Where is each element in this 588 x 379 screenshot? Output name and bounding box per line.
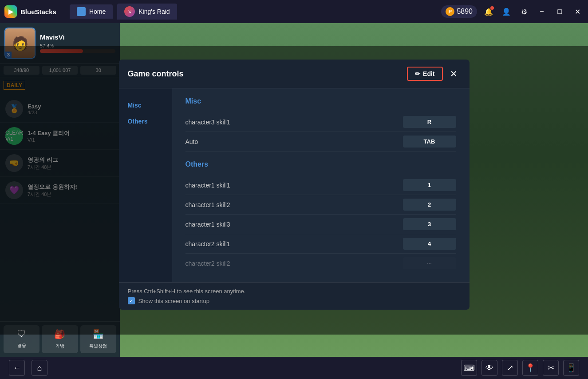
modal-nav: Misc Others	[119, 88, 172, 282]
coin-display: P 5890	[441, 5, 477, 18]
location-button[interactable]: 📍	[522, 360, 538, 376]
control-label-c1s1: character1 skill1	[185, 182, 230, 189]
control-label-c1s2: character1 skill2	[185, 201, 230, 208]
control-label-c2s1: character2 skill1	[185, 240, 230, 247]
eye-button[interactable]: 👁	[481, 360, 497, 376]
notification-button[interactable]: 🔔	[482, 5, 495, 18]
key-badge-1: 1	[403, 179, 456, 191]
control-row: character1 skill3 3	[185, 215, 456, 234]
home-tab[interactable]: Home	[70, 4, 113, 19]
nav-item-others[interactable]: Others	[119, 113, 172, 129]
control-label: character3 skill1	[185, 119, 230, 126]
scissors-button[interactable]: ✂	[543, 360, 559, 376]
player-name: MavisVi	[40, 33, 115, 41]
notification-dot	[490, 6, 494, 10]
key-badge-r: R	[403, 116, 456, 128]
game-tab-icon: ⚔	[124, 6, 135, 17]
home-tab-label: Home	[89, 8, 106, 15]
control-label-partial: character2 skill2	[185, 260, 230, 267]
others-section-header: Others	[185, 160, 456, 168]
control-row: character1 skill2 2	[185, 195, 456, 215]
maximize-button[interactable]: □	[553, 5, 566, 18]
modal-title: Game controls	[128, 69, 184, 79]
coin-icon: P	[446, 7, 454, 16]
modal-header-right: ✏ Edit ✕	[407, 67, 460, 81]
key-badge-3: 3	[403, 218, 456, 230]
control-row: Auto TAB	[185, 132, 456, 152]
key-badge-tab: TAB	[403, 136, 456, 148]
control-row: character1 skill1 1	[185, 176, 456, 195]
window-close-button[interactable]: ✕	[571, 5, 584, 18]
startup-checkbox[interactable]: ✓	[128, 297, 135, 304]
game-area: 🧑 3 MavisVi 57.4% 348/90 1,001,007 30 DA…	[0, 23, 588, 357]
minimize-button[interactable]: −	[536, 5, 548, 18]
modal-header: Game controls ✏ Edit ✕	[119, 60, 470, 88]
checkbox-row: ✓ Show this screen on startup	[128, 297, 461, 304]
key-badge-2: 2	[403, 199, 456, 211]
bottom-bar: ← ⌂ ⌨ 👁 ⤢ 📍 ✂ 📱	[0, 357, 588, 379]
control-label-c1s3: character1 skill3	[185, 221, 230, 228]
misc-section-header: Misc	[185, 97, 456, 105]
key-badge-partial: ···	[403, 257, 456, 269]
home-tab-icon	[77, 7, 86, 16]
app-name: BlueStacks	[20, 8, 56, 16]
bluestacks-logo-icon: ▶	[4, 5, 17, 18]
nav-item-misc[interactable]: Misc	[119, 97, 172, 113]
edit-label: Edit	[423, 70, 434, 77]
control-row: character2 skill1 4	[185, 234, 456, 254]
bottom-right-controls: ⌨ 👁 ⤢ 📍 ✂ 📱	[461, 360, 579, 376]
control-row-partial: character2 skill2 ···	[185, 254, 456, 273]
modal-overlay: Game controls ✏ Edit ✕ Misc Others	[0, 46, 588, 335]
user-button[interactable]: 👤	[500, 5, 513, 18]
titlebar: ▶ BlueStacks Home ⚔ King's Raid P 5890 🔔…	[0, 0, 588, 23]
keyboard-button[interactable]: ⌨	[461, 360, 477, 376]
control-label-auto: Auto	[185, 138, 198, 145]
edit-button[interactable]: ✏ Edit	[407, 67, 442, 81]
home-button[interactable]: ⌂	[32, 360, 47, 376]
modal-body: Misc Others Misc character3 skill1 R Aut…	[119, 88, 470, 282]
footer-hint-text: Press Ctrl+Shift+H to see this screen an…	[128, 288, 461, 295]
modal-close-button[interactable]: ✕	[447, 67, 461, 80]
pencil-icon: ✏	[415, 70, 420, 77]
modal-footer: Press Ctrl+Shift+H to see this screen an…	[119, 282, 470, 310]
key-badge-4: 4	[403, 238, 456, 250]
game-controls-modal: Game controls ✏ Edit ✕ Misc Others	[119, 60, 470, 310]
back-button[interactable]: ←	[9, 360, 25, 376]
coin-amount: 5890	[457, 8, 473, 16]
control-row: character3 skill1 R	[185, 112, 456, 132]
app-logo: ▶ BlueStacks	[4, 5, 56, 18]
titlebar-right: P 5890 🔔 👤 ⚙ − □ ✕	[441, 5, 584, 18]
settings-button[interactable]: ⚙	[518, 5, 530, 18]
expand-button[interactable]: ⤢	[502, 360, 518, 376]
checkbox-label: Show this screen on startup	[138, 298, 209, 304]
game-tab[interactable]: ⚔ King's Raid	[117, 4, 177, 20]
game-tab-label: King's Raid	[138, 8, 170, 15]
phone-button[interactable]: 📱	[563, 360, 579, 376]
modal-content: Misc character3 skill1 R Auto TAB Others	[172, 88, 470, 282]
